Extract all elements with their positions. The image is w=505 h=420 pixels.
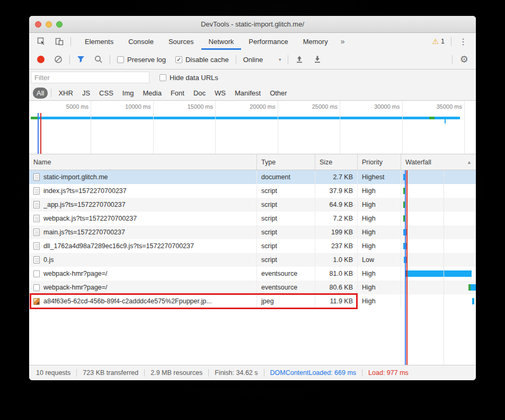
table-row[interactable]: static-import.glitch.medocument2.7 KBHig… xyxy=(29,170,476,184)
cell-size: 237 KB xyxy=(315,239,358,253)
export-har-button[interactable] xyxy=(308,55,326,64)
load-time: Load: 977 ms xyxy=(368,369,409,377)
table-row[interactable]: dll_1762a4d98a7289ec16c9.js?ts=157227070… xyxy=(29,239,476,253)
tab-elements[interactable]: Elements xyxy=(77,33,121,50)
cell-type: document xyxy=(257,170,315,184)
cell-name: webpack-hmr?page=/ xyxy=(29,267,257,281)
column-header-type[interactable]: Type xyxy=(257,154,315,170)
cell-size: 199 KB xyxy=(315,225,358,239)
requests-table-body: static-import.glitch.medocument2.7 KBHig… xyxy=(29,170,476,365)
hide-data-urls-checkbox[interactable] xyxy=(160,74,166,81)
cell-type: jpeg xyxy=(257,294,315,308)
cell-size: 37.9 KB xyxy=(315,184,358,198)
request-type: script xyxy=(261,215,277,222)
cell-waterfall xyxy=(401,239,476,253)
column-header-name[interactable]: Name xyxy=(29,154,257,170)
tabbar-right: ⚠ 1 ⋮ xyxy=(428,33,476,50)
table-row[interactable]: a84f63e5-62cd-456b-89f4-c2adddc4e575%2Fp… xyxy=(29,294,476,308)
tab-sources[interactable]: Sources xyxy=(161,33,201,50)
header-label: Size xyxy=(320,159,332,166)
overview-gridline xyxy=(91,101,91,154)
desktop-background: DevTools - static-import.glitch.me/ xyxy=(0,0,505,420)
column-header-size[interactable]: Size xyxy=(315,154,358,170)
filter-row: Hide data URLs xyxy=(29,69,476,85)
status-bar: 10 requests 723 KB transferred 2.9 MB re… xyxy=(29,365,476,380)
timeline-overview[interactable]: 5000 ms10000 ms15000 ms20000 ms25000 ms3… xyxy=(29,101,476,154)
cell-name: webpack-hmr?page=/ xyxy=(29,281,257,294)
minimize-window-button[interactable] xyxy=(46,21,52,28)
filter-toggle-button[interactable] xyxy=(72,56,90,63)
cell-type: eventsource xyxy=(257,267,315,281)
filter-pill-manifest[interactable]: Manifest xyxy=(231,88,265,99)
filter-pill-css[interactable]: CSS xyxy=(95,88,118,99)
cell-name: dll_1762a4d98a7289ec16c9.js?ts=157227070… xyxy=(29,239,257,253)
filter-pill-font[interactable]: Font xyxy=(166,88,189,99)
search-button[interactable] xyxy=(90,55,108,64)
table-row[interactable]: webpack-hmr?page=/eventsource80.6 KBHigh xyxy=(29,281,476,294)
table-row[interactable]: webpack-hmr?page=/eventsource81.0 KBHigh xyxy=(29,267,476,281)
filter-pill-js[interactable]: JS xyxy=(78,88,94,99)
filter-pill-other[interactable]: Other xyxy=(265,88,291,99)
request-type: script xyxy=(261,256,277,264)
devtools-menu-button[interactable]: ⋮ xyxy=(454,37,473,47)
filter-pill-xhr[interactable]: XHR xyxy=(54,88,77,99)
device-toolbar-button[interactable] xyxy=(50,33,68,50)
search-icon xyxy=(94,55,103,64)
filter-pill-doc[interactable]: Doc xyxy=(189,88,210,99)
table-row[interactable]: _app.js?ts=1572270700237script64.9 KBHig… xyxy=(29,198,476,212)
devtools-window: DevTools - static-import.glitch.me/ xyxy=(29,16,476,380)
overview-tick-label: 10000 ms xyxy=(125,103,150,110)
throttling-value: Online xyxy=(243,56,263,64)
divider xyxy=(236,55,236,64)
request-name: webpack-hmr?page=/ xyxy=(43,284,108,291)
filter-pill-all[interactable]: All xyxy=(33,88,48,99)
tab-console[interactable]: Console xyxy=(121,33,161,50)
request-type: script xyxy=(261,187,277,195)
request-name: main.js?ts=1572270700237 xyxy=(43,229,125,236)
disable-cache-checkbox[interactable]: ✓ xyxy=(175,56,182,63)
table-row[interactable]: index.js?ts=1572270700237script37.9 KBHi… xyxy=(29,184,476,198)
zoom-window-button[interactable] xyxy=(56,21,63,28)
chevron-down-icon: ▾ xyxy=(279,57,281,62)
cell-size: 80.6 KB xyxy=(315,281,358,294)
filter-pill-media[interactable]: Media xyxy=(138,88,165,99)
tab-performance[interactable]: Performance xyxy=(241,33,295,50)
close-window-button[interactable] xyxy=(35,21,41,28)
network-settings-button[interactable]: ⚙ xyxy=(455,55,471,64)
preserve-log-checkbox[interactable] xyxy=(117,56,124,63)
table-row[interactable]: 0.jsscript1.0 KBLow xyxy=(29,253,476,267)
cell-name: webpack.js?ts=1572270700237 xyxy=(29,212,257,225)
dom-content-loaded-time: DOMContentLoaded: 669 ms xyxy=(270,369,357,377)
more-tabs-button[interactable]: » xyxy=(335,33,350,50)
inspect-cursor-icon xyxy=(37,37,46,46)
dcl-marker-line xyxy=(38,113,39,154)
divider xyxy=(76,369,77,377)
overview-tick-label: 35000 ms xyxy=(437,103,462,110)
request-type: script xyxy=(261,242,277,250)
request-name: a84f63e5-62cd-456b-89f4-c2adddc4e575%2Fp… xyxy=(43,298,212,305)
filter-pill-img[interactable]: Img xyxy=(118,88,138,99)
table-row[interactable]: webpack.js?ts=1572270700237script7.2 KBH… xyxy=(29,212,476,225)
table-row[interactable]: main.js?ts=1572270700237script199 KBHigh xyxy=(29,225,476,239)
cell-waterfall xyxy=(401,281,476,294)
inspect-element-button[interactable] xyxy=(32,33,50,50)
column-header-waterfall[interactable]: Waterfall ▲ xyxy=(401,154,476,170)
divider xyxy=(110,55,110,64)
column-header-priority[interactable]: Priority xyxy=(358,154,401,170)
tab-network[interactable]: Network xyxy=(201,33,242,50)
filter-pill-ws[interactable]: WS xyxy=(210,88,230,99)
filter-input[interactable] xyxy=(31,72,149,83)
request-priority: High xyxy=(362,215,376,222)
record-button[interactable] xyxy=(37,56,45,63)
throttling-select[interactable]: Online ▾ xyxy=(238,56,286,64)
tab-memory[interactable]: Memory xyxy=(296,33,335,50)
request-name: 0.js xyxy=(43,256,54,264)
import-har-button[interactable] xyxy=(290,55,308,64)
issues-warning-button[interactable]: ⚠ 1 xyxy=(428,38,449,45)
overview-tick-label: 20000 ms xyxy=(250,103,275,110)
clear-button[interactable] xyxy=(49,55,67,64)
cell-name: _app.js?ts=1572270700237 xyxy=(29,198,257,212)
request-size: 1.0 KB xyxy=(333,256,353,264)
cell-priority: High xyxy=(358,225,401,239)
script-icon xyxy=(33,187,40,195)
